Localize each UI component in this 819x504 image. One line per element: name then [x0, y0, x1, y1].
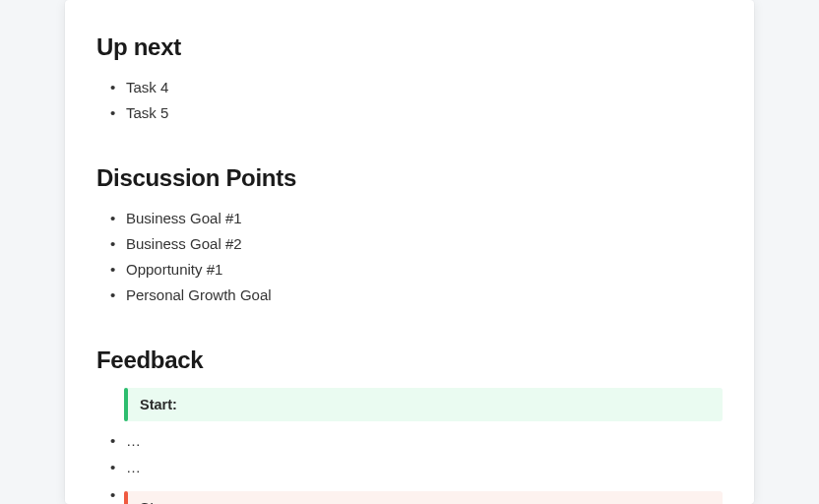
- callout-start: Start:: [124, 388, 723, 421]
- list-item: Task 4: [110, 75, 723, 100]
- section-discussion: Discussion Points Business Goal #1 Busin…: [96, 164, 723, 309]
- list-item: …: [110, 427, 723, 455]
- callout-start-label: Start:: [140, 397, 177, 412]
- list-item: …: [110, 454, 723, 481]
- section-feedback: Feedback Start: … … Stop:: [96, 346, 723, 505]
- document-page: Up next Task 4 Task 5 Discussion Points …: [65, 0, 754, 504]
- feedback-start-list: … …: [96, 427, 723, 482]
- list-item: Personal Growth Goal: [110, 283, 723, 308]
- list-item: Business Goal #2: [110, 231, 723, 257]
- callout-stop-label: Stop:: [140, 500, 176, 504]
- heading-feedback: Feedback: [96, 346, 723, 374]
- heading-discussion: Discussion Points: [96, 164, 723, 192]
- callout-stop: Stop:: [124, 491, 723, 504]
- up-next-list: Task 4 Task 5: [96, 75, 723, 127]
- list-item: Business Goal #1: [110, 206, 723, 231]
- discussion-list: Business Goal #1 Business Goal #2 Opport…: [96, 206, 723, 309]
- heading-up-next: Up next: [96, 33, 723, 61]
- list-item: Task 5: [110, 100, 723, 126]
- section-up-next: Up next Task 4 Task 5: [96, 33, 723, 127]
- list-item: Opportunity #1: [110, 257, 723, 283]
